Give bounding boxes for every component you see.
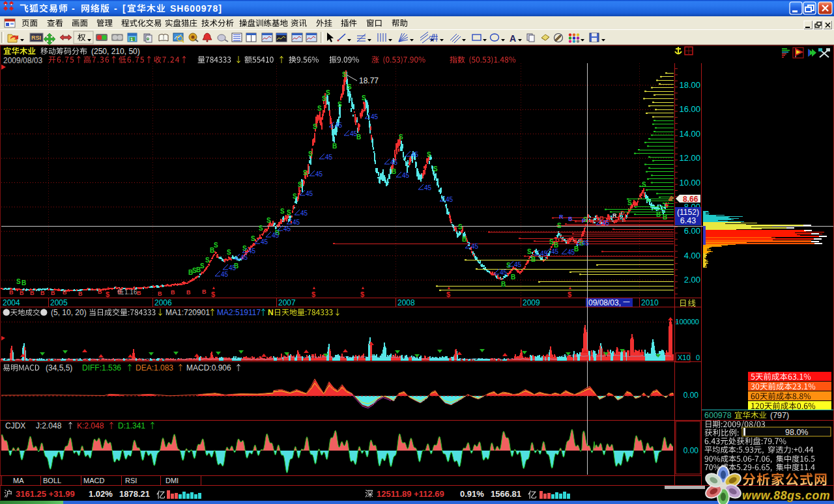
svg-text:S: S: [227, 249, 231, 256]
svg-text:www.88gs.com: www.88gs.com: [742, 489, 830, 502]
svg-text:S: S: [338, 101, 342, 108]
svg-text:S: S: [214, 242, 218, 249]
svg-text:RSI: RSI: [125, 477, 137, 484]
svg-text:45: 45: [315, 171, 323, 178]
svg-text:45: 45: [551, 248, 559, 255]
svg-text:45: 45: [306, 190, 313, 197]
svg-text:S: S: [506, 262, 511, 269]
svg-text:45: 45: [446, 196, 453, 203]
svg-text:$: $: [568, 290, 571, 298]
svg-text:14.00: 14.00: [679, 129, 700, 139]
svg-text:S: S: [642, 181, 646, 188]
svg-text:R: R: [559, 214, 564, 220]
svg-text:45: 45: [471, 243, 479, 250]
svg-text:18.77: 18.77: [359, 76, 379, 85]
svg-text:2.00: 2.00: [684, 275, 700, 285]
svg-text:RSI: RSI: [31, 35, 41, 41]
svg-text:45: 45: [500, 269, 508, 276]
svg-text:12511.89 +112.69: 12511.89 +112.69: [377, 489, 444, 499]
svg-text:B: B: [63, 289, 67, 296]
svg-text:2009: 2009: [523, 298, 540, 307]
svg-text:B: B: [51, 290, 55, 296]
svg-text:DMI: DMI: [165, 477, 179, 484]
svg-text:S: S: [427, 151, 431, 158]
svg-text:45: 45: [582, 240, 590, 247]
svg-text:B: B: [531, 256, 536, 263]
svg-text:$: $: [106, 290, 109, 298]
svg-text:1878.21: 1878.21: [119, 489, 150, 499]
svg-text:S: S: [266, 217, 271, 224]
svg-text:4.00: 4.00: [684, 251, 700, 260]
svg-text:B: B: [78, 290, 83, 297]
svg-text:B: B: [656, 211, 661, 218]
svg-text:BOLL: BOLL: [43, 477, 61, 484]
svg-text:600978: 600978: [704, 411, 732, 420]
svg-text:B: B: [22, 279, 26, 287]
svg-text:B: B: [30, 290, 35, 296]
svg-text:98.0%: 98.0%: [785, 428, 808, 437]
svg-text:09/08/03,: 09/08/03,: [588, 298, 621, 307]
svg-text:B: B: [40, 290, 45, 296]
svg-text:S: S: [362, 94, 366, 102]
svg-text:100000: 100000: [675, 318, 699, 326]
svg-text:S: S: [313, 123, 317, 130]
svg-text:S: S: [557, 222, 562, 229]
svg-text:-: -: [114, 3, 117, 14]
svg-text:45: 45: [240, 254, 248, 261]
svg-text:45: 45: [300, 210, 308, 217]
svg-text:2010: 2010: [641, 298, 659, 307]
svg-text:1.16: 1.16: [124, 288, 137, 296]
svg-text:45: 45: [602, 219, 610, 227]
svg-text:1: 1: [130, 37, 133, 42]
svg-text:0.00: 0.00: [683, 446, 699, 455]
svg-text:CJDX: CJDX: [5, 421, 25, 430]
svg-text:S: S: [326, 89, 330, 96]
svg-text:2004: 2004: [3, 298, 20, 307]
svg-text:3161.25 +31.99: 3161.25 +31.99: [16, 489, 75, 499]
svg-text:S: S: [251, 235, 255, 242]
svg-text:S: S: [200, 262, 205, 270]
svg-text:0.00: 0.00: [683, 391, 699, 400]
svg-text:P: P: [582, 217, 586, 224]
svg-text:S: S: [549, 238, 554, 245]
svg-text:S: S: [399, 133, 403, 141]
svg-text:B: B: [98, 288, 102, 295]
svg-text:MACD:0.906: MACD:0.906: [186, 363, 231, 372]
svg-text:B: B: [392, 168, 396, 175]
svg-text:45: 45: [402, 172, 410, 179]
svg-text:45: 45: [293, 219, 300, 226]
svg-text:S: S: [433, 165, 438, 173]
svg-text:MACD: MACD: [83, 477, 104, 484]
svg-text:K:2.048: K:2.048: [77, 421, 104, 430]
svg-text:[: [: [122, 3, 126, 14]
svg-text:2005: 2005: [50, 298, 68, 307]
svg-text:0: 0: [696, 354, 700, 361]
svg-text:2007: 2007: [278, 298, 296, 307]
svg-text:10.00: 10.00: [679, 178, 700, 188]
svg-text:SH600978]: SH600978]: [170, 3, 222, 14]
svg-text:DEA:1.083: DEA:1.083: [136, 363, 173, 372]
svg-text:B: B: [20, 290, 24, 296]
svg-text:S: S: [16, 278, 21, 285]
svg-text:A: A: [510, 33, 516, 44]
svg-text:F: F: [561, 237, 565, 244]
svg-text:D: D: [555, 237, 560, 244]
svg-text:45: 45: [221, 271, 229, 278]
svg-text:B: B: [137, 290, 141, 296]
svg-text:S: S: [342, 71, 347, 78]
svg-text:S: S: [280, 208, 285, 215]
svg-text:45: 45: [229, 264, 237, 272]
svg-text:D: D: [620, 210, 625, 216]
svg-text:-: -: [72, 3, 75, 14]
svg-text:B: B: [158, 290, 162, 297]
svg-text:6.00: 6.00: [684, 226, 700, 236]
svg-text:45: 45: [411, 151, 419, 158]
svg-text:B: B: [462, 236, 467, 243]
svg-text:(34,5,5): (34,5,5): [46, 363, 72, 372]
svg-text:B: B: [501, 281, 506, 288]
svg-text:R: R: [612, 212, 617, 219]
svg-text:MA2:519117: MA2:519117: [217, 308, 261, 317]
svg-text:B: B: [186, 289, 191, 296]
svg-text:1566.81: 1566.81: [491, 489, 521, 499]
svg-text:(797): (797): [770, 411, 789, 420]
